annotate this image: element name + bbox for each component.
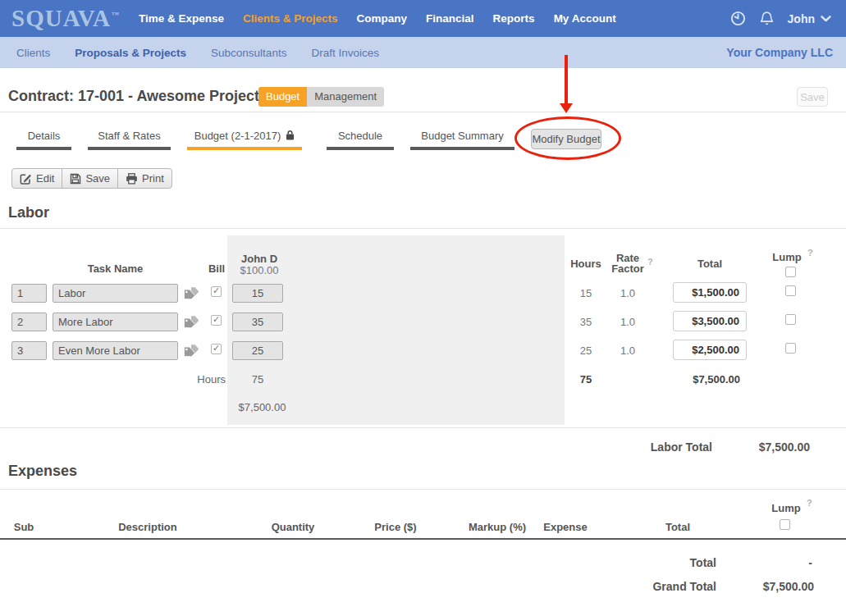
budget-management-toggle: Budget Management: [258, 87, 384, 107]
expenses-heading: Expenses: [8, 463, 77, 480]
save-button[interactable]: Save: [62, 168, 118, 189]
nav-item-clients-projects[interactable]: Clients & Projects: [243, 12, 338, 25]
col-header-sub: Sub: [11, 522, 36, 532]
bill-checkbox[interactable]: [211, 344, 222, 354]
save-button-disabled[interactable]: Save: [797, 87, 828, 107]
toolbar: Edit Save Print: [11, 168, 172, 189]
subnav-item-draft-invoices[interactable]: Draft Invoices: [311, 47, 379, 59]
rate-factor-cell: 1.0: [608, 345, 647, 357]
col-header-task-name: Task Name: [53, 263, 178, 274]
subnav-item-subconsultants[interactable]: Subconsultants: [211, 47, 286, 59]
col-header-description: Description: [107, 522, 189, 532]
grand-total-value: $7,500.00: [697, 580, 814, 593]
divider: [0, 489, 846, 490]
toggle-management[interactable]: Management: [307, 87, 384, 107]
tab-schedule[interactable]: Schedule: [327, 126, 394, 150]
labor-total-value: $7,500.00: [681, 440, 810, 454]
col-header-rate-factor: Rate Factor: [608, 253, 647, 274]
bell-icon[interactable]: [760, 11, 774, 26]
hours-cell: 15: [566, 287, 606, 299]
bill-checkbox[interactable]: [211, 315, 222, 326]
chevron-down-icon: [821, 16, 831, 22]
col-header-lump: Lump: [767, 252, 807, 262]
tag-icon[interactable]: [183, 315, 199, 332]
total-input[interactable]: [673, 282, 747, 303]
divider: [0, 228, 846, 229]
logo-text: SQUAVA: [11, 5, 111, 31]
company-name: Your Company LLC: [726, 46, 833, 59]
divider: [0, 112, 846, 112]
tag-icon[interactable]: [183, 344, 199, 361]
tab-staff-rates[interactable]: Staff & Rates: [88, 126, 171, 150]
page-title: Contract: 17-001 - Awesome Project: [8, 88, 259, 105]
subnav-item-proposals-projects[interactable]: Proposals & Projects: [75, 47, 186, 59]
staff-hours-input[interactable]: [232, 341, 283, 360]
nav-item-my-account[interactable]: My Account: [554, 12, 616, 25]
print-icon: [126, 173, 138, 185]
annotation-circle: [514, 116, 621, 160]
col-header-expense: Expense: [524, 522, 606, 532]
nav-item-reports[interactable]: Reports: [493, 12, 535, 25]
task-name-input[interactable]: [53, 341, 178, 360]
help-icon[interactable]: ?: [647, 257, 653, 267]
bill-checkbox[interactable]: [211, 286, 222, 297]
task-name-input[interactable]: [53, 284, 178, 303]
task-name-input[interactable]: [53, 313, 178, 331]
staff-hours-input[interactable]: [232, 313, 283, 331]
hours-cell: 35: [566, 316, 606, 328]
labor-row: 35 1.0: [0, 313, 846, 335]
lock-icon: [286, 127, 295, 147]
hours-total-label: Hours: [148, 373, 226, 386]
tab-budget-summary[interactable]: Budget Summary: [410, 126, 514, 150]
labor-heading: Labor: [8, 204, 49, 221]
user-menu[interactable]: John: [788, 12, 831, 25]
tag-icon[interactable]: [183, 286, 199, 303]
divider: [0, 427, 846, 428]
help-icon[interactable]: ?: [807, 248, 813, 258]
clock-icon[interactable]: [730, 11, 746, 26]
nav-item-company[interactable]: Company: [357, 12, 408, 25]
grand-total-label: Grand Total: [558, 580, 716, 593]
lump-checkbox[interactable]: [785, 285, 796, 296]
nav-item-financial[interactable]: Financial: [426, 12, 474, 25]
edit-button[interactable]: Edit: [11, 168, 62, 189]
col-header-quantity: Quantity: [252, 522, 334, 532]
row-number-input[interactable]: [11, 313, 47, 331]
user-name: John: [788, 12, 815, 25]
app-logo[interactable]: SQUAVA™: [11, 7, 120, 30]
expenses-lump-header-checkbox[interactable]: [780, 519, 790, 530]
total-input[interactable]: [673, 311, 747, 331]
expenses-total-label: Total: [574, 556, 716, 569]
col-header-hours: Hours: [566, 258, 606, 269]
save-button-label: Save: [85, 172, 110, 185]
hours-cell: 25: [566, 345, 606, 357]
help-icon[interactable]: ?: [807, 498, 812, 508]
print-button[interactable]: Print: [117, 168, 172, 189]
tab-details[interactable]: Details: [16, 126, 71, 150]
nav-right-cluster: John: [730, 11, 831, 26]
lump-header-checkbox[interactable]: [785, 267, 796, 277]
annotation-arrow-head: [560, 103, 573, 113]
lump-checkbox[interactable]: [785, 314, 796, 325]
row-number-input[interactable]: [11, 284, 47, 303]
total-input[interactable]: [673, 340, 747, 360]
edit-icon: [20, 173, 32, 185]
rate-factor-cell: 1.0: [608, 316, 647, 328]
tab-budget-label: Budget (2-1-2017): [194, 130, 281, 142]
labor-amount-total: $7,500.00: [665, 373, 740, 386]
edit-button-label: Edit: [36, 172, 54, 185]
nav-item-time-expense[interactable]: Time & Expense: [139, 12, 224, 25]
toggle-budget[interactable]: Budget: [258, 87, 307, 107]
staff-hours-total: 75: [232, 373, 283, 386]
annotation-arrow-shaft: [565, 55, 568, 104]
hours-grand-total: 75: [566, 373, 606, 386]
staff-hours-input[interactable]: [232, 284, 283, 303]
top-nav: SQUAVA™ Time & Expense Clients & Project…: [0, 0, 846, 37]
subnav-item-clients[interactable]: Clients: [16, 47, 50, 59]
col-header-total: Total: [673, 258, 747, 269]
tab-budget[interactable]: Budget (2-1-2017): [187, 126, 302, 150]
staff-amount-total: $7,500.00: [227, 401, 297, 413]
col-header-bill: Bill: [205, 263, 228, 274]
lump-checkbox[interactable]: [785, 343, 796, 354]
row-number-input[interactable]: [11, 341, 47, 360]
